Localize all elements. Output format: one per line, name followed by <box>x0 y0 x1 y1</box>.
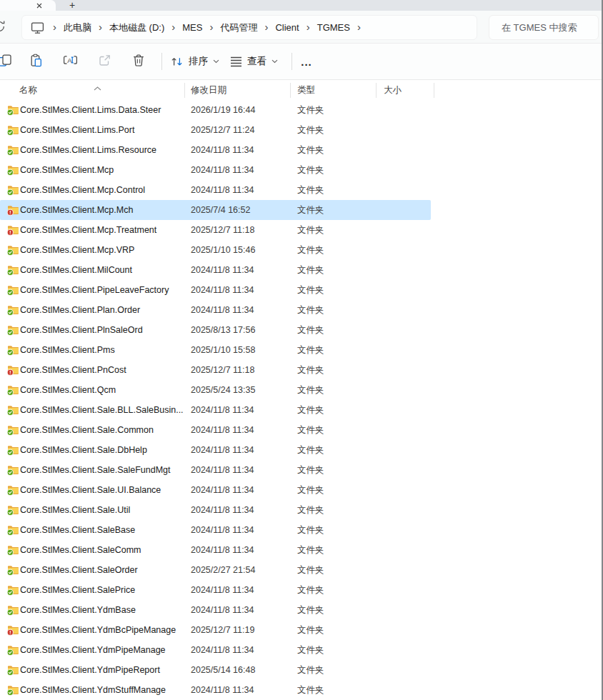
folder-ok-icon <box>7 684 19 696</box>
file-row[interactable]: Core.StlMes.Client.PlnSaleOrd2025/8/13 1… <box>0 320 603 340</box>
file-row[interactable]: Core.StlMes.Client.Pms2025/1/10 15:58文件夹 <box>0 340 603 360</box>
file-name: Core.StlMes.Client.Sale.BLL.SaleBusin... <box>20 400 184 420</box>
folder-modified-icon <box>7 364 19 376</box>
share-button[interactable] <box>90 49 119 74</box>
file-row[interactable]: Core.StlMes.Client.Lims.Port2025/12/7 11… <box>0 120 603 140</box>
file-row[interactable]: Core.StlMes.Client.SaleOrder2025/2/27 21… <box>0 560 603 580</box>
active-tab[interactable] <box>0 0 56 11</box>
folder-ok-icon <box>7 524 19 536</box>
file-row[interactable]: Core.StlMes.Client.Sale.DbHelp2024/11/8 … <box>0 440 603 460</box>
refresh-icon[interactable] <box>0 19 6 34</box>
file-name: Core.StlMes.Client.Sale.Util <box>20 500 130 520</box>
column-header-date[interactable]: 修改日期 <box>191 80 226 100</box>
folder-ok-icon <box>7 644 19 656</box>
file-row[interactable]: Core.StlMes.Client.Qcm2025/5/24 13:35文件夹 <box>0 380 603 400</box>
file-row-selected[interactable]: Core.StlMes.Client.Mcp.Mch2025/7/4 16:52… <box>0 200 603 220</box>
file-row[interactable]: Core.StlMes.Client.Sale.SaleFundMgt2024/… <box>0 460 603 480</box>
copy-button[interactable] <box>0 49 19 74</box>
search-input[interactable]: 在 TGMES 中搜索 <box>489 15 599 40</box>
file-row[interactable]: Core.StlMes.Client.Plan.Order2024/11/8 1… <box>0 300 603 320</box>
file-type: 文件夹 <box>297 640 324 660</box>
breadcrumb: ›此电脑›本地磁盘 (D:)›MES›代码管理›Client›TGMES› <box>21 15 477 40</box>
file-name: Core.StlMes.Client.Sale.UI.Balance <box>20 480 161 500</box>
chevron-right-icon[interactable]: › <box>164 21 182 32</box>
file-row[interactable]: Core.StlMes.Client.Mcp.Control2024/11/8 … <box>0 180 603 200</box>
file-row[interactable]: Core.StlMes.Client.MilCount2024/11/8 11:… <box>0 260 603 280</box>
file-type: 文件夹 <box>297 120 324 140</box>
folder-ok-icon <box>7 344 19 356</box>
folder-ok-icon <box>7 284 19 296</box>
file-row[interactable]: Core.StlMes.Client.PipeLeaveFactory2024/… <box>0 280 603 300</box>
chevron-right-icon[interactable]: › <box>202 21 220 32</box>
more-options-button[interactable]: ... <box>291 49 322 74</box>
paste-button[interactable] <box>21 49 50 74</box>
file-name: Core.StlMes.Client.Mcp <box>20 160 114 180</box>
file-row[interactable]: Core.StlMes.Client.YdmStuffManage2024/11… <box>0 680 603 700</box>
folder-ok-icon <box>7 664 19 676</box>
folder-ok-icon <box>7 124 19 136</box>
file-date-modified: 2024/11/8 11:34 <box>191 640 254 660</box>
column-resize-handle[interactable] <box>290 83 291 98</box>
trash-icon <box>132 54 145 70</box>
breadcrumb-item[interactable]: 此电脑 <box>64 21 91 34</box>
file-name: Core.StlMes.Client.YdmBcPipeManage <box>20 620 176 640</box>
chevron-right-icon[interactable]: › <box>350 21 368 32</box>
file-row[interactable]: Core.StlMes.Client.SalePrice2024/11/8 11… <box>0 580 603 600</box>
file-row[interactable]: Core.StlMes.Client.SaleComm2024/11/8 11:… <box>0 540 603 560</box>
file-row[interactable]: Core.StlMes.Client.Mcp.VRP2025/1/10 15:4… <box>0 240 603 260</box>
this-pc-icon[interactable] <box>31 21 44 34</box>
file-row[interactable]: Core.StlMes.Client.Mcp.Treatment2025/12/… <box>0 220 603 240</box>
file-row[interactable]: Core.StlMes.Client.Mcp2024/11/8 11:34文件夹 <box>0 160 603 180</box>
file-date-modified: 2025/12/7 11:18 <box>191 360 254 380</box>
file-row[interactable]: Core.StlMes.Client.Lims.Resource2024/11/… <box>0 140 603 160</box>
file-date-modified: 2024/11/8 11:34 <box>191 520 254 540</box>
file-name: Core.StlMes.Client.SaleOrder <box>20 560 138 580</box>
column-header-row: 名称 修改日期 类型 大小 <box>0 80 603 100</box>
breadcrumb-item[interactable]: 本地磁盘 (D:) <box>109 21 164 34</box>
file-list: Core.StlMes.Client.Lims.Data.Steer2026/1… <box>0 100 603 700</box>
file-type: 文件夹 <box>297 100 324 120</box>
folder-ok-icon <box>7 264 19 276</box>
file-name: Core.StlMes.Client.Lims.Data.Steer <box>20 100 161 120</box>
breadcrumb-item[interactable]: TGMES <box>317 22 350 33</box>
file-row[interactable]: Core.StlMes.Client.PnCost2025/12/7 11:18… <box>0 360 603 380</box>
file-row[interactable]: Core.StlMes.Client.SaleBase2024/11/8 11:… <box>0 520 603 540</box>
file-date-modified: 2024/11/8 11:34 <box>191 140 254 160</box>
file-row[interactable]: Core.StlMes.Client.Sale.UI.Balance2024/1… <box>0 480 603 500</box>
rename-button[interactable]: A <box>56 49 84 74</box>
column-header-type[interactable]: 类型 <box>297 80 315 100</box>
chevron-right-icon[interactable]: › <box>299 21 317 32</box>
file-name: Core.StlMes.Client.PipeLeaveFactory <box>20 280 169 300</box>
column-resize-handle[interactable] <box>184 83 185 98</box>
file-type: 文件夹 <box>297 220 324 240</box>
file-row[interactable]: Core.StlMes.Client.Sale.Common2024/11/8 … <box>0 420 603 440</box>
file-row[interactable]: Core.StlMes.Client.YdmPipeManage2024/11/… <box>0 640 603 660</box>
file-row[interactable]: Core.StlMes.Client.Sale.Util2024/11/8 11… <box>0 500 603 520</box>
breadcrumb-item[interactable]: Client <box>275 22 299 33</box>
column-header-name[interactable]: 名称 <box>19 80 37 100</box>
chevron-right-icon[interactable]: › <box>46 21 64 32</box>
chevron-right-icon[interactable]: › <box>91 21 109 32</box>
folder-ok-icon <box>7 444 19 456</box>
column-resize-handle[interactable] <box>434 83 434 98</box>
file-name: Core.StlMes.Client.Mcp.VRP <box>20 240 134 260</box>
chevron-right-icon[interactable]: › <box>257 21 275 32</box>
close-tab-icon[interactable] <box>35 1 44 10</box>
view-label: 查看 <box>247 55 266 68</box>
new-tab-button[interactable]: + <box>66 0 79 11</box>
file-row[interactable]: Core.StlMes.Client.Sale.BLL.SaleBusin...… <box>0 400 603 420</box>
file-name: Core.StlMes.Client.Sale.Common <box>20 420 154 440</box>
sort-button[interactable]: 排序 <box>164 49 225 74</box>
file-row[interactable]: Core.StlMes.Client.YdmPipeReport2025/5/1… <box>0 660 603 680</box>
file-row[interactable]: Core.StlMes.Client.Lims.Data.Steer2026/1… <box>0 100 603 120</box>
file-type: 文件夹 <box>297 480 324 500</box>
breadcrumb-item[interactable]: MES <box>182 22 202 33</box>
folder-ok-icon <box>7 564 19 576</box>
view-button[interactable]: 查看 <box>224 49 284 74</box>
breadcrumb-item[interactable]: 代码管理 <box>220 21 257 34</box>
file-row[interactable]: Core.StlMes.Client.YdmBase2024/11/8 11:3… <box>0 600 603 620</box>
column-resize-handle[interactable] <box>376 83 377 98</box>
file-row[interactable]: Core.StlMes.Client.YdmBcPipeManage2025/1… <box>0 620 603 640</box>
column-header-size[interactable]: 大小 <box>384 80 402 100</box>
delete-button[interactable] <box>124 49 153 74</box>
